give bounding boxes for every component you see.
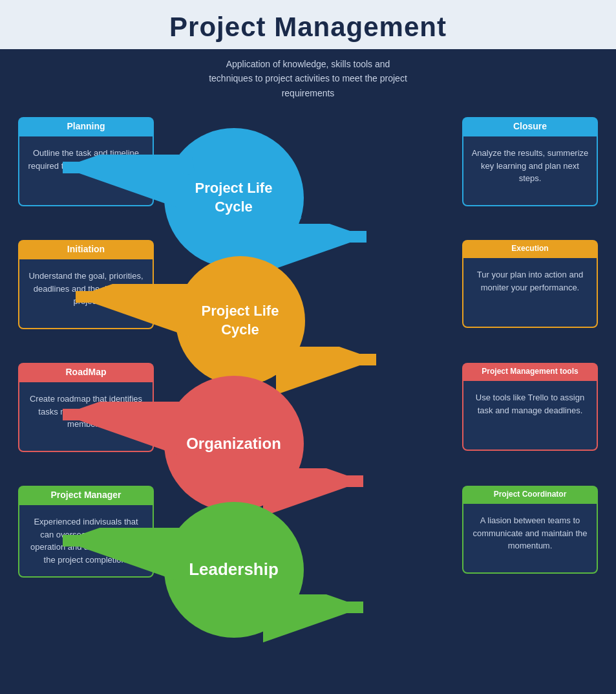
subtitle: Application of knowledge, skills tools a…: [0, 57, 616, 100]
arrow-green-left: [56, 528, 205, 670]
cycle-green: Leadership: [160, 499, 308, 641]
card-coordinator: Project Coordinator A liasion between te…: [462, 486, 598, 574]
card-pm-tools-body: Use tools like Trello to assign task and…: [462, 380, 598, 451]
card-coordinator-body: A liasion between teams to communicate a…: [462, 503, 598, 574]
card-closure-body: Analyze the results, summerize key learn…: [462, 135, 598, 206]
cycle-blue: Project Life Cycle: [160, 124, 308, 272]
card-coordinator-header: Project Coordinator: [462, 486, 598, 503]
card-planning-header: Planning: [18, 117, 154, 135]
card-execution: Execution Tur your plan into action and …: [462, 240, 598, 328]
card-closure: Closure Analyze the results, summerize k…: [462, 117, 598, 206]
cycle-red: Organization: [160, 373, 308, 515]
card-pm-tools: Project Management tools Use tools like …: [462, 363, 598, 451]
page-title: Project Management: [0, 12, 616, 43]
card-closure-header: Closure: [462, 117, 598, 135]
cycle-gold: Project Life Cycle: [173, 253, 308, 389]
card-pm-tools-header: Project Management tools: [462, 363, 598, 380]
card-execution-body: Tur your plan into action and moniter yo…: [462, 257, 598, 328]
card-execution-header: Execution: [462, 240, 598, 257]
arrow-green-right: [263, 594, 412, 694]
